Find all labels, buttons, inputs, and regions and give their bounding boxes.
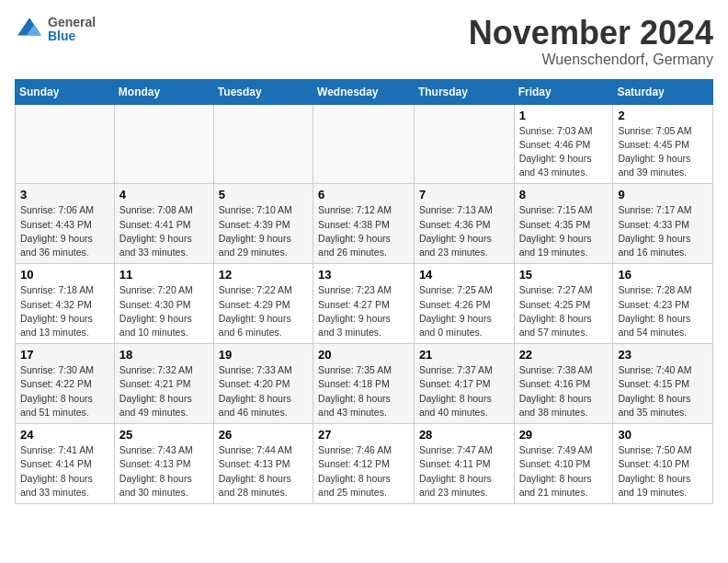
day-number: 17 (20, 348, 109, 362)
day-number: 29 (519, 428, 609, 442)
calendar-cell: 2Sunrise: 7:05 AMSunset: 4:45 PMDaylight… (613, 104, 713, 184)
day-number: 27 (318, 428, 409, 442)
weekday-header: Thursday (414, 79, 514, 104)
day-number: 5 (219, 188, 308, 201)
day-info: Sunrise: 7:50 AMSunset: 4:10 PMDaylight:… (618, 443, 708, 500)
day-number: 26 (219, 428, 308, 442)
day-number: 2 (618, 109, 708, 122)
weekday-header: Tuesday (213, 79, 313, 104)
logo-line1: General (48, 16, 96, 29)
day-info: Sunrise: 7:06 AMSunset: 4:43 PMDaylight:… (20, 203, 109, 259)
calendar-header: SundayMondayTuesdayWednesdayThursdayFrid… (16, 79, 713, 104)
day-info: Sunrise: 7:10 AMSunset: 4:39 PMDaylight:… (219, 203, 308, 259)
month-title: November 2024 (469, 15, 713, 52)
day-info: Sunrise: 7:47 AMSunset: 4:11 PMDaylight:… (419, 443, 509, 500)
day-number: 12 (219, 268, 308, 282)
day-number: 25 (119, 428, 209, 442)
day-number: 11 (119, 268, 209, 282)
calendar-cell: 26Sunrise: 7:44 AMSunset: 4:13 PMDayligh… (213, 424, 313, 504)
calendar-cell (313, 104, 415, 184)
calendar-cell: 30Sunrise: 7:50 AMSunset: 4:10 PMDayligh… (613, 424, 713, 504)
calendar-cell: 25Sunrise: 7:43 AMSunset: 4:13 PMDayligh… (114, 424, 213, 504)
calendar-week-row: 24Sunrise: 7:41 AMSunset: 4:14 PMDayligh… (16, 424, 713, 504)
day-number: 22 (519, 348, 609, 362)
location: Wuenschendorf, Germany (469, 52, 713, 68)
day-number: 8 (519, 188, 609, 201)
day-number: 6 (318, 188, 409, 201)
day-info: Sunrise: 7:05 AMSunset: 4:45 PMDaylight:… (618, 124, 708, 180)
logo-line2: Blue (48, 29, 96, 43)
day-info: Sunrise: 7:49 AMSunset: 4:10 PMDaylight:… (519, 443, 609, 500)
day-number: 4 (119, 188, 209, 201)
calendar-body: 1Sunrise: 7:03 AMSunset: 4:46 PMDaylight… (16, 104, 713, 503)
day-number: 23 (618, 348, 708, 362)
calendar-cell: 16Sunrise: 7:28 AMSunset: 4:23 PMDayligh… (613, 264, 713, 344)
day-number: 30 (618, 428, 708, 442)
day-info: Sunrise: 7:38 AMSunset: 4:16 PMDaylight:… (519, 363, 609, 419)
calendar-week-row: 1Sunrise: 7:03 AMSunset: 4:46 PMDaylight… (16, 104, 713, 184)
day-number: 28 (419, 428, 509, 442)
day-info: Sunrise: 7:03 AMSunset: 4:46 PMDaylight:… (519, 124, 609, 180)
day-info: Sunrise: 7:23 AMSunset: 4:27 PMDaylight:… (318, 283, 409, 339)
calendar-cell: 5Sunrise: 7:10 AMSunset: 4:39 PMDaylight… (213, 184, 313, 264)
calendar-cell (16, 104, 115, 184)
day-info: Sunrise: 7:15 AMSunset: 4:35 PMDaylight:… (519, 203, 609, 259)
weekday-header: Monday (114, 79, 213, 104)
logo: General Blue (15, 15, 96, 44)
day-info: Sunrise: 7:43 AMSunset: 4:13 PMDaylight:… (119, 443, 209, 500)
weekday-header: Sunday (16, 79, 115, 104)
calendar-cell: 9Sunrise: 7:17 AMSunset: 4:33 PMDaylight… (613, 184, 713, 264)
day-info: Sunrise: 7:12 AMSunset: 4:38 PMDaylight:… (318, 203, 409, 259)
calendar-cell: 28Sunrise: 7:47 AMSunset: 4:11 PMDayligh… (414, 424, 514, 504)
day-number: 9 (618, 188, 708, 201)
logo-icon (15, 15, 44, 44)
calendar-cell (414, 104, 514, 184)
title-area: November 2024 Wuenschendorf, Germany (469, 15, 713, 68)
calendar-week-row: 10Sunrise: 7:18 AMSunset: 4:32 PMDayligh… (16, 264, 713, 344)
day-info: Sunrise: 7:20 AMSunset: 4:30 PMDaylight:… (119, 283, 209, 339)
calendar-cell (114, 104, 213, 184)
calendar-cell: 3Sunrise: 7:06 AMSunset: 4:43 PMDaylight… (16, 184, 115, 264)
day-info: Sunrise: 7:27 AMSunset: 4:25 PMDaylight:… (519, 283, 609, 339)
calendar-cell: 13Sunrise: 7:23 AMSunset: 4:27 PMDayligh… (313, 264, 415, 344)
day-number: 7 (419, 188, 509, 201)
calendar-cell: 18Sunrise: 7:32 AMSunset: 4:21 PMDayligh… (114, 344, 213, 424)
day-info: Sunrise: 7:25 AMSunset: 4:26 PMDaylight:… (419, 283, 509, 339)
day-number: 15 (519, 268, 609, 282)
day-info: Sunrise: 7:40 AMSunset: 4:15 PMDaylight:… (618, 363, 708, 419)
day-number: 16 (618, 268, 708, 282)
calendar-cell: 14Sunrise: 7:25 AMSunset: 4:26 PMDayligh… (414, 264, 514, 344)
calendar-week-row: 17Sunrise: 7:30 AMSunset: 4:22 PMDayligh… (16, 344, 713, 424)
day-info: Sunrise: 7:35 AMSunset: 4:18 PMDaylight:… (318, 363, 409, 419)
calendar-cell: 11Sunrise: 7:20 AMSunset: 4:30 PMDayligh… (114, 264, 213, 344)
day-info: Sunrise: 7:17 AMSunset: 4:33 PMDaylight:… (618, 203, 708, 259)
day-number: 1 (519, 109, 609, 122)
calendar-cell: 10Sunrise: 7:18 AMSunset: 4:32 PMDayligh… (16, 264, 115, 344)
calendar-cell: 6Sunrise: 7:12 AMSunset: 4:38 PMDaylight… (313, 184, 415, 264)
day-number: 19 (219, 348, 308, 362)
day-info: Sunrise: 7:18 AMSunset: 4:32 PMDaylight:… (20, 283, 109, 339)
day-info: Sunrise: 7:28 AMSunset: 4:23 PMDaylight:… (618, 283, 708, 339)
day-number: 20 (318, 348, 409, 362)
day-info: Sunrise: 7:13 AMSunset: 4:36 PMDaylight:… (419, 203, 509, 259)
calendar-cell: 20Sunrise: 7:35 AMSunset: 4:18 PMDayligh… (313, 344, 415, 424)
day-info: Sunrise: 7:41 AMSunset: 4:14 PMDaylight:… (20, 443, 109, 500)
weekday-header: Saturday (613, 79, 713, 104)
calendar-cell: 27Sunrise: 7:46 AMSunset: 4:12 PMDayligh… (313, 424, 415, 504)
day-info: Sunrise: 7:22 AMSunset: 4:29 PMDaylight:… (219, 283, 308, 339)
day-info: Sunrise: 7:46 AMSunset: 4:12 PMDaylight:… (318, 443, 409, 500)
calendar-cell: 21Sunrise: 7:37 AMSunset: 4:17 PMDayligh… (414, 344, 514, 424)
day-info: Sunrise: 7:44 AMSunset: 4:13 PMDaylight:… (219, 443, 308, 500)
day-number: 21 (419, 348, 509, 362)
calendar-cell: 8Sunrise: 7:15 AMSunset: 4:35 PMDaylight… (514, 184, 613, 264)
calendar-cell: 15Sunrise: 7:27 AMSunset: 4:25 PMDayligh… (514, 264, 613, 344)
calendar-cell: 4Sunrise: 7:08 AMSunset: 4:41 PMDaylight… (114, 184, 213, 264)
calendar-cell: 7Sunrise: 7:13 AMSunset: 4:36 PMDaylight… (414, 184, 514, 264)
calendar-week-row: 3Sunrise: 7:06 AMSunset: 4:43 PMDaylight… (16, 184, 713, 264)
day-number: 18 (119, 348, 209, 362)
calendar-cell: 24Sunrise: 7:41 AMSunset: 4:14 PMDayligh… (16, 424, 115, 504)
day-number: 14 (419, 268, 509, 282)
logo-text: General Blue (48, 16, 96, 44)
calendar-cell: 17Sunrise: 7:30 AMSunset: 4:22 PMDayligh… (16, 344, 115, 424)
day-number: 24 (20, 428, 109, 442)
